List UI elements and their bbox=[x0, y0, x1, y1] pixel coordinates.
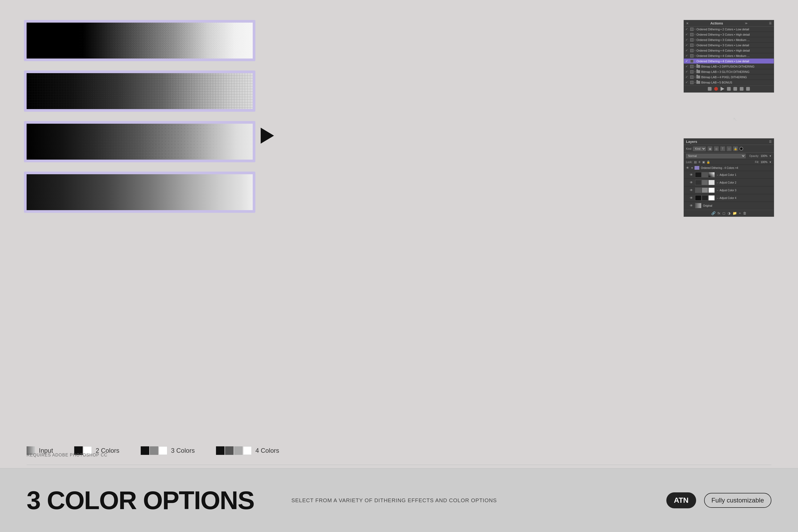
thumb-block-2a bbox=[695, 188, 701, 193]
mask-btn[interactable]: ◻ bbox=[722, 211, 725, 215]
close-button[interactable]: ✕ bbox=[686, 22, 689, 25]
layer-row-2[interactable]: 👁 ← Adjust Color 3 bbox=[684, 187, 774, 194]
legend-3colors-label: 3 Colors bbox=[171, 447, 195, 454]
pixel-filter-btn[interactable]: ▣ bbox=[707, 146, 712, 151]
group-chevron[interactable]: ▾ bbox=[691, 166, 693, 170]
lock-position[interactable]: 🔒 bbox=[706, 160, 710, 164]
action-row-1[interactable]: ✓ › Ordered Dithering • 3 Colors • High … bbox=[684, 32, 774, 37]
play-button[interactable] bbox=[721, 87, 724, 91]
main-title: 3 COLOR OPTIONS bbox=[26, 488, 254, 513]
shape-filter-btn[interactable]: □ bbox=[727, 146, 732, 151]
swatch-3colors bbox=[141, 446, 167, 455]
thumb-block-3c bbox=[708, 195, 715, 201]
record-button[interactable] bbox=[714, 87, 718, 91]
stop-button[interactable] bbox=[708, 87, 711, 91]
bottom-section: 3 COLOR OPTIONS SELECT FROM A VARIETY OF… bbox=[0, 468, 798, 532]
adjustment-filter-btn[interactable]: ◎ bbox=[714, 146, 719, 151]
new-layer-btn[interactable]: + bbox=[739, 211, 741, 215]
color-box-8 bbox=[690, 70, 694, 73]
action-row-8[interactable]: ✓ › Bitmap LAB • 3 GLITCH DITHERING bbox=[684, 69, 774, 75]
blend-mode-select[interactable]: Normal bbox=[686, 154, 746, 158]
new-set-button[interactable] bbox=[727, 87, 731, 91]
actions-panel: ✕ Actions ≫ ☰ ✓ › Ordered Dithering • 2 … bbox=[684, 20, 774, 93]
layer-eye-0[interactable]: 👁 bbox=[690, 173, 694, 177]
group-btn[interactable]: 📁 bbox=[733, 211, 737, 215]
layer-original-row[interactable]: 👁 Original bbox=[684, 202, 774, 210]
adjustment-btn[interactable]: ◑ bbox=[727, 211, 730, 215]
preview-panels-wrapper bbox=[24, 20, 255, 213]
chevron-4: › bbox=[695, 49, 695, 52]
action-label-1: Ordered Dithering • 3 Colors • High deta… bbox=[697, 33, 772, 36]
type-filter-btn[interactable]: T bbox=[720, 146, 725, 151]
action-label-2: Ordered Dithering • 3 Colors • Medium ..… bbox=[697, 38, 772, 41]
action-row-10[interactable]: ✓ › Bitmap LAB • 5 BONUS bbox=[684, 80, 774, 85]
lock-artboard[interactable]: ▣ bbox=[702, 160, 705, 164]
action-label-0: Ordered Dithering • 2 Colors • Low detai… bbox=[697, 28, 772, 31]
thumb-block-1c bbox=[708, 180, 715, 185]
action-row-4[interactable]: ✓ › Ordered Dithering • 4 Colors • High … bbox=[684, 48, 774, 53]
group-eye[interactable]: 👁 bbox=[686, 166, 690, 170]
lock-move[interactable]: ✛ bbox=[698, 160, 701, 164]
fill-dropdown[interactable]: ▼ bbox=[769, 161, 772, 164]
swatch-4colors-darkgray bbox=[225, 446, 233, 455]
layer-eye-1[interactable]: 👁 bbox=[690, 180, 694, 184]
layers-menu-button[interactable]: ☰ bbox=[769, 140, 772, 144]
delete-layer-btn[interactable]: 🗑 bbox=[743, 211, 746, 215]
chevron-10: › bbox=[695, 81, 695, 84]
kind-label: Kind bbox=[686, 147, 691, 150]
folder-icon-7 bbox=[697, 65, 700, 68]
action-row-5[interactable]: ✓ › Ordered Dithering • 4 Colors • Mediu… bbox=[684, 53, 774, 58]
action-row-3[interactable]: ✓ › Ordered Dithering • 3 Colors • Low d… bbox=[684, 42, 774, 48]
check-5: ✓ bbox=[685, 54, 689, 57]
action-label-5: Ordered Dithering • 4 Colors • Medium ..… bbox=[697, 54, 772, 57]
requires-text: REQUIRES ADOBE PHOTOSHOP CC bbox=[26, 453, 108, 457]
action-row-7[interactable]: ✓ › Bitmap LAB • 2 DIFFUSION DITHERING bbox=[684, 64, 774, 69]
bottom-subtitle: SELECT FROM A VARIETY OF DITHERING EFFEC… bbox=[291, 497, 497, 503]
action-row-2[interactable]: ✓ › Ordered Dithering • 3 Colors • Mediu… bbox=[684, 37, 774, 42]
thumb-block-2c bbox=[708, 188, 715, 193]
arrow-right bbox=[261, 128, 274, 144]
check-2: ✓ bbox=[685, 38, 689, 41]
layer-row-0[interactable]: 👁 ← Adjust Color 1 bbox=[684, 171, 774, 179]
lock-checkerboard[interactable]: ▤ bbox=[694, 160, 697, 164]
action-label-9: Bitmap LAB • 4 PIXEL DITHERING bbox=[701, 76, 772, 79]
smart-filter-btn[interactable]: 🔒 bbox=[733, 146, 738, 151]
chevron-0: › bbox=[695, 28, 695, 31]
opacity-dropdown[interactable]: ▼ bbox=[769, 155, 772, 157]
bottom-left: 3 COLOR OPTIONS bbox=[26, 488, 254, 513]
legend-4colors-label: 4 Colors bbox=[255, 447, 279, 454]
layer-eye-3[interactable]: 👁 bbox=[690, 196, 694, 200]
layer-row-1[interactable]: 👁 ← Adjust Color 2 bbox=[684, 179, 774, 187]
collapse-button[interactable]: ≫ bbox=[745, 22, 747, 25]
check-0: ✓ bbox=[685, 27, 689, 31]
action-row-9[interactable]: ✓ › Bitmap LAB • 4 PIXEL DITHERING bbox=[684, 75, 774, 80]
action-label-4: Ordered Dithering • 4 Colors • High deta… bbox=[697, 49, 772, 52]
swatch-4colors-lightgray bbox=[234, 446, 243, 455]
delete-button[interactable] bbox=[746, 87, 750, 91]
opacity-value: 100% bbox=[761, 155, 768, 157]
check-8: ✓ bbox=[685, 70, 689, 73]
layers-panel: Layers ☰ Kind Kind ▣ ◎ T □ 🔒 Normal Opac… bbox=[684, 138, 774, 217]
menu-button[interactable]: ☰ bbox=[769, 22, 772, 25]
preview-panel-3color bbox=[24, 71, 255, 112]
layer-eye-2[interactable]: 👁 bbox=[690, 188, 694, 192]
layer-group-row[interactable]: 👁 ▾ Ordered Dithering - 4 Colors ×4 bbox=[684, 165, 774, 171]
link-layers-btn[interactable]: 🔗 bbox=[711, 211, 716, 215]
swatch-4colors-white bbox=[243, 446, 252, 455]
color-box-10 bbox=[690, 81, 694, 84]
action-label-3: Ordered Dithering • 3 Colors • Low detai… bbox=[697, 44, 772, 47]
layer-row-3[interactable]: 👁 ← Adjust Color 4 bbox=[684, 194, 774, 202]
layer-thumb-0 bbox=[695, 172, 715, 177]
action-row-0[interactable]: ✓ › Ordered Dithering • 2 Colors • Low d… bbox=[684, 26, 774, 32]
duplicate-button[interactable] bbox=[740, 87, 743, 91]
new-action-button[interactable] bbox=[733, 87, 737, 91]
effects-btn[interactable]: fx bbox=[718, 211, 720, 215]
layer-eye-original[interactable]: 👁 bbox=[690, 204, 694, 208]
preview-panel-2color bbox=[24, 20, 255, 61]
kind-select[interactable]: Kind bbox=[693, 147, 706, 151]
chevron-7: › bbox=[695, 65, 695, 68]
thumb-block-original bbox=[695, 203, 701, 208]
legend-3colors: 3 Colors bbox=[141, 446, 195, 455]
check-7: ✓ bbox=[685, 65, 689, 68]
action-row-6[interactable]: ✓ › Ordered Dithering • 4 Colors • Low d… bbox=[684, 58, 774, 64]
